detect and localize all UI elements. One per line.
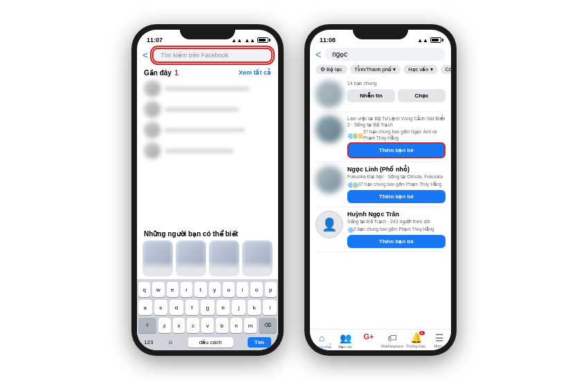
key-a[interactable]: a xyxy=(138,300,152,315)
filter-chip-work[interactable]: Công xyxy=(441,65,451,74)
avatar xyxy=(315,80,343,108)
nav-g[interactable]: G+ xyxy=(357,332,380,349)
key-123[interactable]: 123 xyxy=(144,339,153,345)
list-item[interactable] xyxy=(141,140,274,161)
result-detail-1: 14 bạn chung xyxy=(347,80,445,86)
time-2: 11:08 xyxy=(320,37,336,44)
notification-badge: 9 xyxy=(419,331,425,335)
list-item[interactable] xyxy=(141,78,274,99)
mutual-avatars-3 xyxy=(347,182,357,189)
signal-icon: ▲▲ xyxy=(244,37,255,44)
battery-icon xyxy=(257,37,268,43)
list-item[interactable] xyxy=(141,99,274,120)
people-label: Những người bạn có thể biết xyxy=(144,230,238,238)
key-q[interactable]: q xyxy=(138,282,150,297)
search-button[interactable]: Tìm xyxy=(248,337,271,348)
nav-marketplace[interactable]: 🏷 Marketplace xyxy=(380,332,404,349)
key-space[interactable]: dấu cách xyxy=(188,337,233,348)
back-button-2[interactable]: < xyxy=(315,49,321,60)
key-y[interactable]: y xyxy=(209,282,221,297)
status-icons-2: ▲▲ xyxy=(417,37,441,44)
recent-label: Gần đây xyxy=(144,69,172,77)
key-u[interactable]: u xyxy=(223,282,235,297)
btn-row-1: Nhắn tin Chọc xyxy=(347,88,445,102)
mutual-text-4: 2 bạn chung bao gồm Phạm Thùy Hằng xyxy=(353,227,434,232)
key-i[interactable]: i xyxy=(237,282,248,297)
status-icons-1: ▲▲ ▲▲ xyxy=(231,37,268,44)
result-detail-4: Sống tại Bố Trạch · 243 người theo dõi xyxy=(347,218,445,225)
result-list: 14 bạn chung Nhắn tin Chọc 2 Làm việc tạ… xyxy=(310,77,451,329)
key-v[interactable]: v xyxy=(201,318,214,333)
see-all-link[interactable]: Xem tất cả xyxy=(239,69,271,76)
filter-chip-bolo[interactable]: ⚙ Bộ lọc xyxy=(315,65,347,74)
recent-list xyxy=(137,78,278,227)
phone-1: 11:07 ▲▲ ▲▲ < Tìm kiếm trên Facebook Gần… xyxy=(131,24,284,356)
key-w[interactable]: w xyxy=(152,282,164,297)
phone-2: 11:08 ▲▲ < ngọc ⚙ Bộ lọc Tỉnh/Thành phố … xyxy=(304,24,457,356)
filter-chip-education[interactable]: Học vấn ▾ xyxy=(403,65,437,74)
menu-icon: ☰ xyxy=(435,332,444,343)
key-f[interactable]: f xyxy=(185,300,199,315)
key-o[interactable]: o xyxy=(250,282,262,297)
keyboard: q w e r t y u i o p a s d f g h j k l xyxy=(137,279,278,350)
key-p[interactable]: p xyxy=(265,282,277,297)
key-s[interactable]: s xyxy=(154,300,168,315)
add-friend-button-3[interactable]: Thêm bạn bè xyxy=(347,190,445,203)
search-input-1[interactable]: Tìm kiếm trên Facebook xyxy=(152,48,273,63)
filter-bar: ⚙ Bộ lọc Tỉnh/Thành phố ▾ Học vấn ▾ Công xyxy=(310,64,451,77)
filter-label-3: Công xyxy=(445,66,451,73)
marketplace-icon: 🏷 xyxy=(387,332,397,343)
key-r[interactable]: r xyxy=(181,282,192,297)
g-icon: G+ xyxy=(364,332,374,341)
filter-chip-province[interactable]: Tỉnh/Thành phố ▾ xyxy=(350,65,401,74)
message-button-1[interactable]: Nhắn tin xyxy=(347,89,395,102)
screen-2: 11:08 ▲▲ < ngọc ⚙ Bộ lọc Tỉnh/Thành phố … xyxy=(310,30,451,350)
key-e[interactable]: e xyxy=(167,282,178,297)
nav-friends[interactable]: 👥 Bạn bè xyxy=(333,332,357,349)
key-h[interactable]: h xyxy=(217,300,230,315)
search-placeholder-1: Tìm kiếm trên Facebook xyxy=(160,52,228,59)
add-friend-button-2[interactable]: Thêm bạn bè xyxy=(347,142,445,158)
nav-marketplace-label: Marketplace xyxy=(381,344,404,348)
list-item[interactable] xyxy=(176,240,206,276)
search-header-1: < Tìm kiếm trên Facebook xyxy=(137,45,278,66)
poke-button-1[interactable]: Chọc xyxy=(398,89,445,102)
avatar-4: 👤 xyxy=(315,211,343,238)
nav-menu[interactable]: ☰ Menu xyxy=(428,332,451,349)
list-item[interactable] xyxy=(141,120,274,140)
keyboard-bottom: 123 ☺ dấu cách Tìm xyxy=(138,336,277,350)
key-j[interactable]: j xyxy=(232,300,246,315)
nav-notifications[interactable]: 🔔 9 Thông báo xyxy=(404,332,428,349)
keyboard-row-1: q w e r t y u i o p xyxy=(138,282,277,297)
key-d[interactable]: d xyxy=(169,300,183,315)
key-z[interactable]: z xyxy=(158,318,171,333)
result-info-2: Làm việc tại Bộ Tư Lệnh Vùng Cảnh Sát Bi… xyxy=(347,115,445,158)
screen-1: 11:07 ▲▲ ▲▲ < Tìm kiếm trên Facebook Gần… xyxy=(137,30,278,350)
list-item[interactable] xyxy=(143,240,173,276)
list-item[interactable] xyxy=(242,240,273,276)
key-shift[interactable]: ⇧ xyxy=(138,318,156,333)
add-friend-button-4[interactable]: Thêm bạn bè xyxy=(347,235,445,248)
search-input-2[interactable]: ngọc xyxy=(325,48,445,61)
avatar xyxy=(315,166,343,193)
nav-home[interactable]: ⌂ Trang chủ xyxy=(310,332,333,349)
battery-icon-2 xyxy=(430,37,441,43)
key-l[interactable]: l xyxy=(263,300,277,315)
mutual-avatars-4 xyxy=(347,227,352,234)
table-row: 👤 Huỳnh Ngọc Trân Sống tại Bố Trạch · 24… xyxy=(315,207,445,252)
result-info-3: Ngọc Linh (Phố nhỏ) Fukuoka Đại học · Số… xyxy=(347,166,445,203)
back-button-1[interactable]: < xyxy=(143,50,148,61)
list-item[interactable] xyxy=(209,240,239,276)
key-g[interactable]: g xyxy=(201,300,214,315)
key-b[interactable]: b xyxy=(216,318,228,333)
key-n[interactable]: n xyxy=(230,318,243,333)
key-delete[interactable]: ⌫ xyxy=(259,318,277,333)
key-m[interactable]: m xyxy=(244,318,257,333)
key-x[interactable]: x xyxy=(173,318,185,333)
key-k[interactable]: k xyxy=(248,300,261,315)
space-label: dấu cách xyxy=(199,339,222,345)
key-c[interactable]: c xyxy=(187,318,199,333)
notch-1 xyxy=(180,24,235,39)
key-emoji[interactable]: ☺ xyxy=(167,339,173,345)
key-t[interactable]: t xyxy=(194,282,206,297)
